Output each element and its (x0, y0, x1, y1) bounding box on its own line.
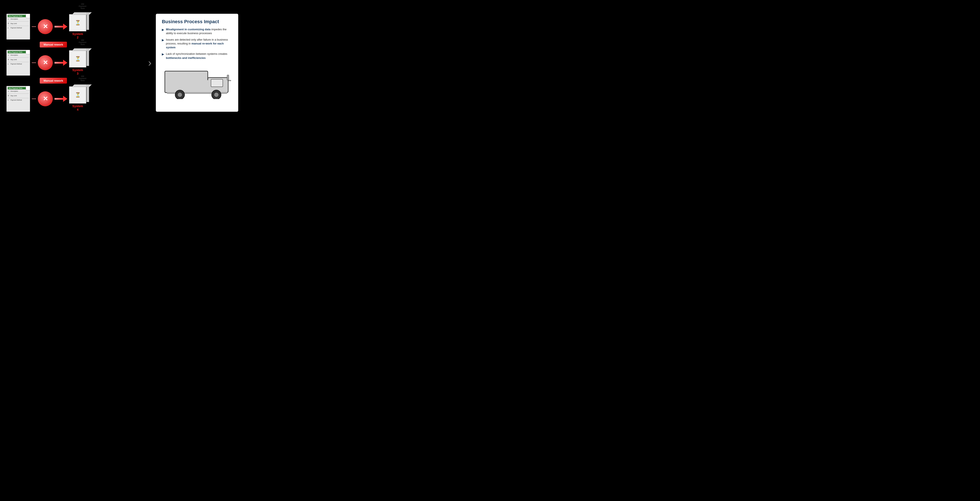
bullet-item-3: ▶ Lack of synchronization between system… (162, 52, 232, 60)
card-icon-3: ▪ (8, 99, 10, 101)
svg-rect-9 (227, 75, 229, 80)
card-icon-1: ▪ (8, 27, 10, 29)
x-circle-2: ✕ (38, 55, 53, 70)
bullet-text-3: Lack of synchronization between systems … (166, 52, 232, 60)
svg-rect-2 (211, 79, 223, 87)
sys-label-1: System2 (72, 32, 83, 39)
doc-text-payment-1: Payment Method (11, 27, 22, 29)
doc-text-payment-2: Payment Method (11, 63, 22, 65)
hourglass-icon-2: ⏳ (75, 56, 81, 62)
bullet-list: ▶ Misalignment in customizing data imped… (162, 27, 232, 60)
doc-text-payment-3: Payment Method (11, 99, 22, 101)
doc-text-desc-2: Description (11, 54, 18, 56)
doc-card-2: New Payment Term ✓ Description ⧖ Day Lim… (6, 50, 30, 76)
truck-container (162, 65, 232, 99)
manual-rework-spacer-1: Manual rework (6, 41, 144, 48)
flow-row-3: New Payment Term ✓ Description ⧖ Day Lim… (6, 86, 144, 112)
bullet-item-2: ▶ Issues are detected only after failure… (162, 38, 232, 49)
doc-text-day-2: Day Limit (11, 59, 17, 61)
sys-label-2: System3 (72, 68, 83, 75)
x-circle-1: ✕ (38, 19, 53, 34)
connector-3 (32, 99, 36, 99)
bullet-arrow-1: ▶ (162, 28, 164, 35)
doc-text-desc-1: Description (11, 18, 18, 20)
sys-cube-2: ⏳ (69, 50, 86, 67)
manual-rework-spacer-2: Manual rework (6, 78, 144, 84)
connector-2 (32, 62, 36, 63)
svg-rect-10 (228, 80, 231, 81)
system-box-2: OldPaymentTerm ⏳ System3 (69, 50, 86, 75)
check-icon-1: ✓ (8, 18, 10, 20)
doc-text-day-3: Day Limit (11, 95, 17, 96)
manual-rework-badge-2: Manual rework (40, 78, 67, 84)
old-pt-label-2: OldPaymentTerm (76, 39, 89, 46)
doc-header-1: New Payment Term (8, 15, 29, 17)
doc-text-day-1: Day Limit (11, 23, 17, 24)
main-container: New Payment Term ✓ Description ⧖ Day Lim… (4, 10, 240, 116)
connector-1 (32, 26, 36, 27)
divider-arrow: › (148, 14, 151, 112)
hourglass-doc-icon-3: ⧖ (8, 94, 10, 97)
check-icon-3: ✓ (8, 90, 10, 93)
arrow-1 (54, 24, 67, 30)
hourglass-doc-icon-1: ⧖ (8, 22, 10, 25)
bpi-title: Business Process Impact (162, 19, 232, 24)
truck-svg (163, 65, 231, 99)
old-pt-label-3: OldPaymentTerm (76, 75, 89, 81)
doc-card-1: New Payment Term ✓ Description ⧖ Day Lim… (6, 14, 30, 40)
doc-text-desc-3: Description (11, 91, 18, 92)
svg-point-6 (178, 93, 182, 97)
arrow-3 (54, 96, 67, 102)
hourglass-doc-icon-2: ⧖ (8, 58, 10, 61)
arrow-2 (54, 60, 67, 66)
doc-header-3: New Payment Term (8, 87, 29, 89)
x-mark-3: ✕ (43, 96, 48, 102)
hourglass-icon-3: ⏳ (75, 92, 81, 98)
bullet-item-1: ▶ Misalignment in customizing data imped… (162, 27, 232, 35)
svg-rect-0 (165, 71, 208, 93)
doc-header-2: New Payment Term (8, 51, 29, 53)
card-icon-2: ▪ (8, 63, 10, 65)
sys-cube-3: ⏳ (69, 86, 86, 104)
bullet-text-2: Issues are detected only after failure i… (166, 38, 232, 49)
system-box-3: OldPaymentTerm ⏳ System4 (69, 86, 86, 111)
flow-row-1: New Payment Term ✓ Description ⧖ Day Lim… (6, 14, 144, 40)
bullet-arrow-3: ▶ (162, 52, 164, 60)
bullet-text-1: Misalignment in customizing data impedes… (166, 27, 232, 35)
flow-row-2: New Payment Term ✓ Description ⧖ Day Lim… (6, 50, 144, 76)
manual-rework-badge-1: Manual rework (40, 41, 67, 48)
old-pt-label-1: OldPaymentTerm (76, 3, 89, 10)
left-panel: New Payment Term ✓ Description ⧖ Day Lim… (6, 14, 144, 112)
right-panel: Business Process Impact ▶ Misalignment i… (156, 14, 238, 112)
svg-rect-3 (207, 80, 209, 93)
hourglass-icon-1: ⏳ (75, 20, 81, 26)
bullet-arrow-2: ▶ (162, 38, 164, 49)
sys-cube-1: ⏳ (69, 14, 86, 31)
system-box-1: OldPaymentTerm ⏳ System2 (69, 14, 86, 39)
check-icon-2: ✓ (8, 54, 10, 56)
svg-point-8 (214, 93, 218, 97)
x-mark-1: ✕ (43, 24, 48, 30)
x-circle-3: ✕ (38, 91, 53, 106)
doc-card-3: New Payment Term ✓ Description ⧖ Day Lim… (6, 86, 30, 112)
sys-label-3: System4 (72, 104, 83, 111)
x-mark-2: ✕ (43, 60, 48, 66)
